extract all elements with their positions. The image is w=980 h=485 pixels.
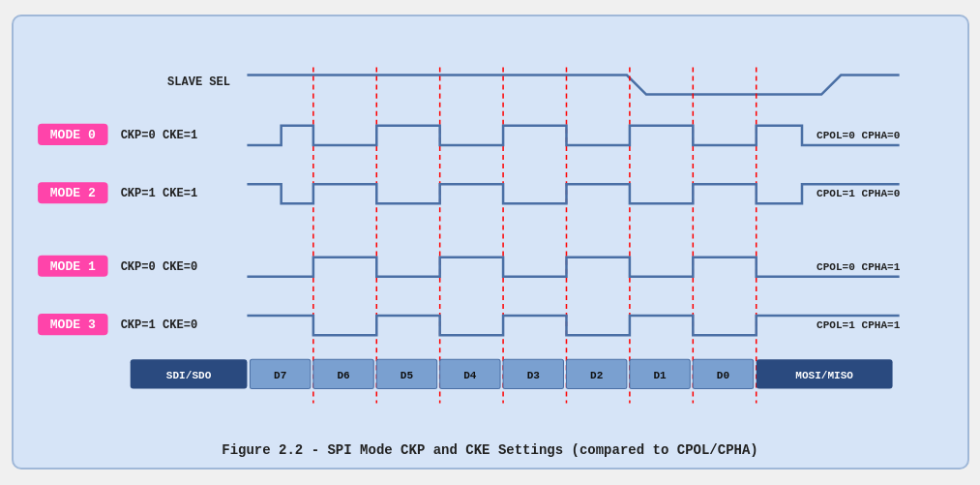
mode2-signal xyxy=(247,184,899,203)
mode0-right: CPOL=0 CPHA=0 xyxy=(817,130,900,141)
mode1-params: CKP=0 CKE=0 xyxy=(120,260,197,274)
d4-label: D4 xyxy=(463,370,477,381)
mode1-label: MODE 1 xyxy=(49,259,95,274)
mode2-right: CPOL=1 CPHA=0 xyxy=(817,188,900,199)
mode1-signal xyxy=(247,258,899,277)
slave-sel-label: SLAVE SEL xyxy=(166,76,229,89)
mode2-label: MODE 2 xyxy=(49,186,95,200)
d6-label: D6 xyxy=(337,370,350,381)
mode0-params: CKP=0 CKE=1 xyxy=(120,129,197,142)
d7-label: D7 xyxy=(274,370,286,381)
mode2-params: CKP=1 CKE=1 xyxy=(120,187,197,200)
mode3-signal xyxy=(247,316,899,335)
d2-label: D2 xyxy=(590,370,603,381)
mode3-params: CKP=1 CKE=0 xyxy=(120,318,197,332)
mode3-right: CPOL=1 CPHA=1 xyxy=(817,319,901,331)
slave-sel-signal xyxy=(247,75,899,94)
mode1-right: CPOL=0 CPHA=1 xyxy=(817,261,901,273)
outer-container: SLAVE SEL MODE 0 CKP=0 CKE=1 CPOL=0 CPHA… xyxy=(12,15,969,470)
d5-label: D5 xyxy=(400,370,413,381)
d0-label: D0 xyxy=(716,370,728,381)
mode3-label: MODE 3 xyxy=(49,318,95,332)
d3-label: D3 xyxy=(526,370,540,381)
diagram-svg-container: SLAVE SEL MODE 0 CKP=0 CKE=1 CPOL=0 CPHA… xyxy=(23,31,958,435)
mosi-miso-label: MOSI/MISO xyxy=(795,370,853,381)
mode0-signal xyxy=(247,126,899,145)
figure-caption: Figure 2.2 - SPI Mode CKP and CKE Settin… xyxy=(23,442,958,458)
sdi-sdo-label: SDI/SDO xyxy=(165,370,211,381)
mode0-label: MODE 0 xyxy=(49,128,95,142)
d1-label: D1 xyxy=(653,370,667,381)
